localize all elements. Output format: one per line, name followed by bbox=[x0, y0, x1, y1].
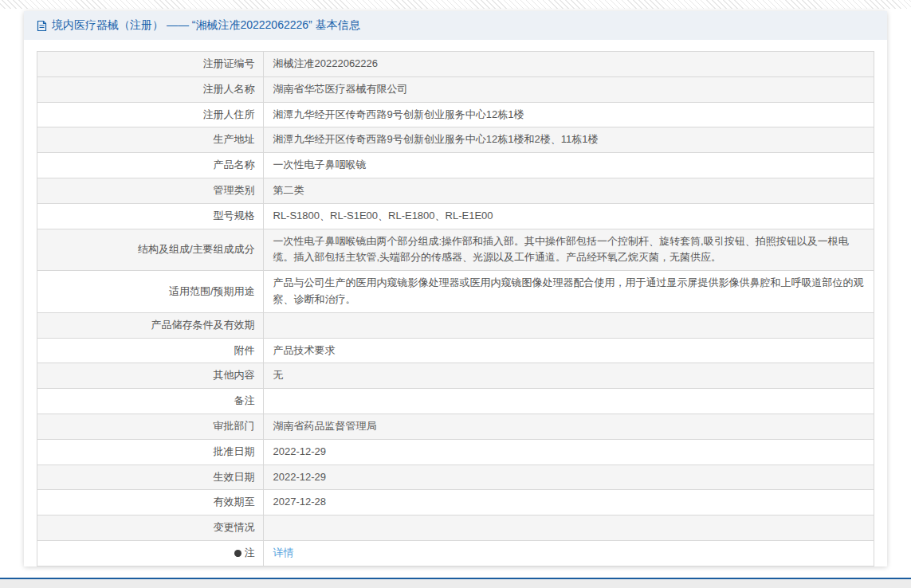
table-row: 批准日期2022-12-29 bbox=[37, 439, 874, 465]
detail-link[interactable]: 详情 bbox=[273, 547, 294, 559]
table-row: 产品储存条件及有效期 bbox=[37, 312, 874, 338]
row-label: 产品名称 bbox=[37, 153, 264, 178]
row-value: 产品技术要求 bbox=[263, 338, 874, 363]
row-value: 一次性电子鼻咽喉镜由两个部分组成:操作部和插入部。其中操作部包括一个控制杆、旋转… bbox=[263, 229, 874, 271]
table-row: 生效日期2022-12-29 bbox=[37, 465, 874, 490]
row-label: 有效期至 bbox=[37, 490, 264, 515]
row-value: 湘械注准20222062226 bbox=[263, 52, 874, 77]
row-label: 生产地址 bbox=[37, 127, 264, 153]
row-label: 注 bbox=[37, 540, 264, 566]
row-value bbox=[263, 515, 874, 541]
card-header: 境内医疗器械（注册） —— “湘械注准20222062226” 基本信息 bbox=[24, 11, 887, 40]
footer-bar bbox=[0, 579, 911, 588]
page-top-stripe bbox=[0, 0, 911, 9]
row-label: 型号规格 bbox=[37, 203, 264, 229]
row-value: 湖南省华芯医疗器械有限公司 bbox=[263, 76, 874, 102]
table-row: 型号规格RL-S1800、RL-S1E00、RL-E1800、RL-E1E00 bbox=[37, 203, 874, 229]
table-row: 产品名称一次性电子鼻咽喉镜 bbox=[37, 153, 874, 178]
row-label: 批准日期 bbox=[37, 439, 264, 465]
row-label: 管理类别 bbox=[37, 178, 264, 203]
row-label: 审批部门 bbox=[37, 414, 264, 439]
table-row: 注册人名称湖南省华芯医疗器械有限公司 bbox=[37, 76, 874, 102]
table-row: 审批部门湖南省药品监督管理局 bbox=[37, 414, 874, 439]
row-value: 第二类 bbox=[263, 178, 874, 203]
row-value: 2022-12-29 bbox=[263, 439, 874, 465]
info-card: 境内医疗器械（注册） —— “湘械注准20222062226” 基本信息 注册证… bbox=[24, 11, 887, 566]
table-row: 变更情况 bbox=[37, 515, 874, 541]
row-label: 注册人名称 bbox=[37, 76, 264, 102]
table-row: 适用范围/预期用途产品与公司生产的医用内窥镜影像处理器或医用内窥镜图像处理器配合… bbox=[37, 271, 874, 313]
table-row: 注详情 bbox=[37, 540, 874, 566]
row-label: 附件 bbox=[37, 338, 264, 363]
row-label: 生效日期 bbox=[37, 465, 264, 490]
row-value: 产品与公司生产的医用内窥镜影像处理器或医用内窥镜图像处理器配合使用，用于通过显示… bbox=[263, 271, 874, 313]
row-value: 一次性电子鼻咽喉镜 bbox=[263, 153, 874, 178]
row-value: 2027-12-28 bbox=[263, 490, 874, 515]
row-label: 变更情况 bbox=[37, 515, 264, 541]
row-label: 注册人住所 bbox=[37, 102, 264, 127]
table-row: 管理类别第二类 bbox=[37, 178, 874, 203]
row-label: 其他内容 bbox=[37, 363, 264, 389]
table-row: 生产地址湘潭九华经开区传奇西路9号创新创业服务中心12栋1楼和2楼、11栋1楼 bbox=[37, 127, 874, 153]
table-row: 注册证编号湘械注准20222062226 bbox=[37, 52, 874, 77]
row-value: 无 bbox=[263, 363, 874, 389]
row-label: 注册证编号 bbox=[37, 52, 264, 77]
row-label: 备注 bbox=[37, 389, 264, 414]
row-value: 湘潭九华经开区传奇西路9号创新创业服务中心12栋1楼和2楼、11栋1楼 bbox=[263, 127, 874, 153]
table-row: 结构及组成/主要组成成分一次性电子鼻咽喉镜由两个部分组成:操作部和插入部。其中操… bbox=[37, 229, 874, 271]
row-value: 湖南省药品监督管理局 bbox=[263, 414, 874, 439]
table-row: 注册人住所湘潭九华经开区传奇西路9号创新创业服务中心12栋1楼 bbox=[37, 102, 874, 127]
info-table-body: 注册证编号湘械注准20222062226注册人名称湖南省华芯医疗器械有限公司注册… bbox=[37, 52, 874, 566]
info-table: 注册证编号湘械注准20222062226注册人名称湖南省华芯医疗器械有限公司注册… bbox=[37, 51, 874, 566]
row-value: 详情 bbox=[263, 540, 874, 566]
row-value: RL-S1800、RL-S1E00、RL-E1800、RL-E1E00 bbox=[263, 203, 874, 229]
table-row: 有效期至2027-12-28 bbox=[37, 490, 874, 515]
table-row: 附件产品技术要求 bbox=[37, 338, 874, 363]
row-value: 2022-12-29 bbox=[263, 465, 874, 490]
document-icon bbox=[37, 20, 47, 32]
row-value: 湘潭九华经开区传奇西路9号创新创业服务中心12栋1楼 bbox=[263, 102, 874, 127]
table-row: 备注 bbox=[37, 389, 874, 414]
row-label: 产品储存条件及有效期 bbox=[37, 312, 264, 338]
row-value bbox=[263, 312, 874, 338]
row-value bbox=[263, 389, 874, 414]
table-row: 其他内容无 bbox=[37, 363, 874, 389]
note-balloon-icon bbox=[234, 550, 241, 557]
row-label: 适用范围/预期用途 bbox=[37, 271, 264, 313]
page-title: 境内医疗器械（注册） —— “湘械注准20222062226” 基本信息 bbox=[52, 18, 360, 33]
row-label: 结构及组成/主要组成成分 bbox=[37, 229, 264, 271]
